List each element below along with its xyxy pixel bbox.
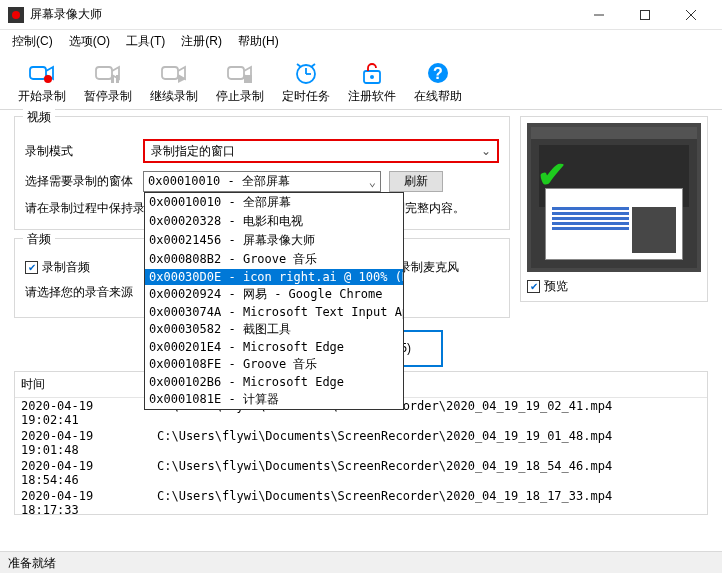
close-button[interactable] [668, 0, 714, 30]
minimize-button[interactable] [576, 0, 622, 30]
col-time[interactable]: 时间 [15, 372, 151, 397]
dropdown-option[interactable]: 0x0003074A - Microsoft Text Input App [145, 304, 403, 320]
dropdown-option[interactable]: 0x00021456 - 屏幕录像大师 [145, 231, 403, 250]
keep-window-note-left: 请在录制过程中保持录 [25, 200, 145, 217]
dropdown-option[interactable]: 0x00030D0E - icon right.ai @ 100% (RG [145, 269, 403, 285]
menu-help[interactable]: 帮助(H) [230, 30, 287, 53]
dropdown-option[interactable]: 0x000201E4 - Microsoft Edge [145, 339, 403, 355]
menu-control[interactable]: 控制(C) [4, 30, 61, 53]
toolbar: 开始录制 暂停录制 继续录制 停止录制 定时任务 注册软件 ? 在线帮助 [0, 52, 722, 110]
svg-rect-9 [111, 75, 114, 83]
select-window-label: 选择需要录制的窗体 [25, 173, 135, 190]
svg-rect-11 [162, 67, 178, 79]
menu-register[interactable]: 注册(R) [173, 30, 230, 53]
toolbar-resume[interactable]: 继续录制 [150, 60, 198, 105]
dropdown-option[interactable]: 0x00010010 - 全部屏幕 [145, 193, 403, 212]
svg-point-20 [370, 75, 374, 79]
svg-rect-12 [228, 67, 244, 79]
checkbox-checked-icon: ✔ [527, 280, 540, 293]
toolbar-help[interactable]: ? 在线帮助 [414, 60, 462, 105]
alarm-clock-icon [293, 60, 319, 86]
status-bar: 准备就绪 [0, 551, 722, 573]
refresh-button[interactable]: 刷新 [389, 171, 443, 192]
unlock-icon [359, 60, 385, 86]
camera-resume-icon [161, 60, 187, 86]
audio-source-label: 请选择您的录音来源 [25, 284, 133, 301]
dropdown-option[interactable]: 0x00030582 - 截图工具 [145, 320, 403, 339]
camera-record-icon [29, 60, 55, 86]
toolbar-timer[interactable]: 定时任务 [282, 60, 330, 105]
svg-line-18 [311, 64, 315, 67]
list-row[interactable]: 2020-04-19 18:54:46C:\Users\flywi\Docume… [15, 458, 707, 488]
checkbox-checked-icon: ✔ [25, 261, 38, 274]
svg-text:?: ? [433, 65, 443, 82]
record-mode-label: 录制模式 [25, 143, 135, 160]
preview-thumbnail: ✔ [527, 123, 701, 272]
record-mode-select[interactable]: 录制指定的窗口 ⌄ [143, 139, 499, 163]
dropdown-option[interactable]: 0x000808B2 - Groove 音乐 [145, 250, 403, 269]
dropdown-option[interactable]: 0x000108FE - Groove 音乐 [145, 355, 403, 374]
dropdown-option[interactable]: 0x00020328 - 电影和电视 [145, 212, 403, 231]
preview-checkbox[interactable]: ✔ 预览 [527, 278, 701, 295]
audio-group-title: 音频 [23, 231, 55, 248]
camera-stop-icon [227, 60, 253, 86]
svg-rect-13 [244, 75, 252, 83]
toolbar-start[interactable]: 开始录制 [18, 60, 66, 105]
video-group: 视频 录制模式 录制指定的窗口 ⌄ 选择需要录制的窗体 0x00010010 -… [14, 116, 510, 230]
svg-point-1 [12, 11, 20, 19]
menu-tools[interactable]: 工具(T) [118, 30, 173, 53]
svg-line-17 [297, 64, 301, 67]
toolbar-stop[interactable]: 停止录制 [216, 60, 264, 105]
chevron-down-icon: ⌄ [481, 144, 491, 158]
svg-point-7 [44, 75, 52, 83]
svg-rect-3 [641, 10, 650, 19]
svg-rect-6 [30, 67, 46, 79]
svg-rect-8 [96, 67, 112, 79]
select-window-combo[interactable]: 0x00010010 - 全部屏幕 ⌄ 0x00010010 - 全部屏幕0x0… [143, 171, 381, 192]
app-icon [8, 7, 24, 23]
status-text: 准备就绪 [8, 556, 56, 570]
menu-bar: 控制(C) 选项(O) 工具(T) 注册(R) 帮助(H) [0, 30, 722, 52]
toolbar-pause[interactable]: 暂停录制 [84, 60, 132, 105]
svg-rect-10 [116, 75, 119, 83]
preview-panel: ✔ ✔ 预览 [520, 116, 708, 302]
list-row[interactable]: 2020-04-19 19:01:48C:\Users\flywi\Docume… [15, 428, 707, 458]
maximize-button[interactable] [622, 0, 668, 30]
dropdown-option[interactable]: 0x0001081E - 计算器 [145, 390, 403, 409]
menu-options[interactable]: 选项(O) [61, 30, 118, 53]
toolbar-register[interactable]: 注册软件 [348, 60, 396, 105]
dropdown-option[interactable]: 0x000102B6 - Microsoft Edge [145, 374, 403, 390]
dropdown-option[interactable]: 0x00020924 - 网易 - Google Chrome [145, 285, 403, 304]
record-audio-checkbox[interactable]: ✔ 录制音频 [25, 259, 90, 276]
title-bar: 屏幕录像大师 [0, 0, 722, 30]
chevron-down-icon: ⌄ [369, 175, 376, 189]
help-icon: ? [425, 60, 451, 86]
window-title: 屏幕录像大师 [30, 6, 576, 23]
list-row[interactable]: 2020-04-19 18:17:33C:\Users\flywi\Docume… [15, 488, 707, 515]
window-dropdown[interactable]: 0x00010010 - 全部屏幕0x00020328 - 电影和电视0x000… [144, 192, 404, 410]
video-group-title: 视频 [23, 109, 55, 126]
camera-pause-icon [95, 60, 121, 86]
